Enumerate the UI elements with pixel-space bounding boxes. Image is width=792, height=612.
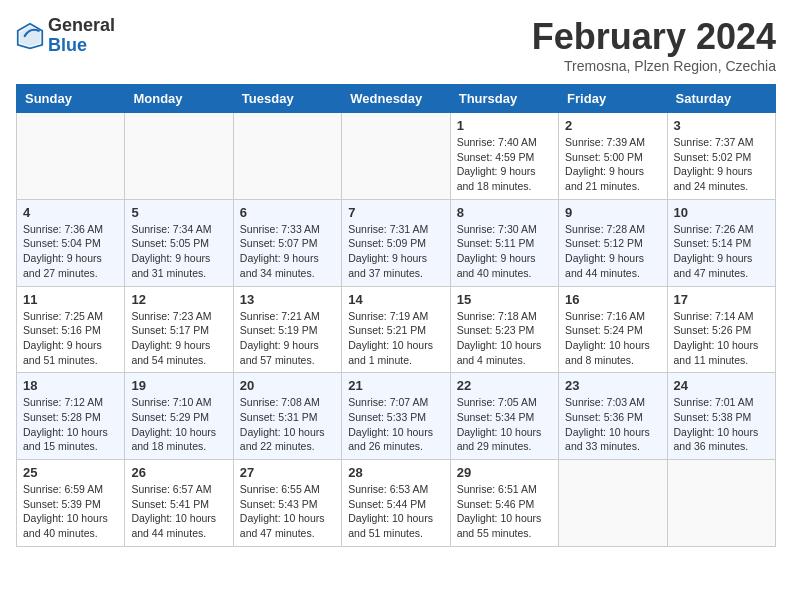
calendar-cell [559,460,667,547]
day-info: Sunrise: 7:31 AM Sunset: 5:09 PM Dayligh… [348,222,443,281]
day-info: Sunrise: 7:26 AM Sunset: 5:14 PM Dayligh… [674,222,769,281]
day-number: 21 [348,378,443,393]
day-number: 22 [457,378,552,393]
calendar-cell: 17Sunrise: 7:14 AM Sunset: 5:26 PM Dayli… [667,286,775,373]
day-info: Sunrise: 7:39 AM Sunset: 5:00 PM Dayligh… [565,135,660,194]
calendar-cell: 4Sunrise: 7:36 AM Sunset: 5:04 PM Daylig… [17,199,125,286]
calendar-cell: 6Sunrise: 7:33 AM Sunset: 5:07 PM Daylig… [233,199,341,286]
day-info: Sunrise: 7:14 AM Sunset: 5:26 PM Dayligh… [674,309,769,368]
day-info: Sunrise: 7:21 AM Sunset: 5:19 PM Dayligh… [240,309,335,368]
day-info: Sunrise: 7:28 AM Sunset: 5:12 PM Dayligh… [565,222,660,281]
calendar: SundayMondayTuesdayWednesdayThursdayFrid… [16,84,776,547]
calendar-cell: 9Sunrise: 7:28 AM Sunset: 5:12 PM Daylig… [559,199,667,286]
day-number: 29 [457,465,552,480]
weekday-header-sunday: Sunday [17,85,125,113]
calendar-cell [667,460,775,547]
day-info: Sunrise: 7:34 AM Sunset: 5:05 PM Dayligh… [131,222,226,281]
calendar-week-row: 1Sunrise: 7:40 AM Sunset: 4:59 PM Daylig… [17,113,776,200]
day-number: 3 [674,118,769,133]
day-number: 1 [457,118,552,133]
day-info: Sunrise: 6:59 AM Sunset: 5:39 PM Dayligh… [23,482,118,541]
calendar-cell: 23Sunrise: 7:03 AM Sunset: 5:36 PM Dayli… [559,373,667,460]
day-number: 14 [348,292,443,307]
day-number: 2 [565,118,660,133]
calendar-cell [125,113,233,200]
calendar-cell [342,113,450,200]
day-info: Sunrise: 7:03 AM Sunset: 5:36 PM Dayligh… [565,395,660,454]
calendar-cell [233,113,341,200]
calendar-cell: 29Sunrise: 6:51 AM Sunset: 5:46 PM Dayli… [450,460,558,547]
day-number: 15 [457,292,552,307]
calendar-cell: 18Sunrise: 7:12 AM Sunset: 5:28 PM Dayli… [17,373,125,460]
calendar-cell: 24Sunrise: 7:01 AM Sunset: 5:38 PM Dayli… [667,373,775,460]
logo-blue: Blue [48,35,87,55]
day-info: Sunrise: 7:01 AM Sunset: 5:38 PM Dayligh… [674,395,769,454]
day-info: Sunrise: 7:12 AM Sunset: 5:28 PM Dayligh… [23,395,118,454]
logo: General Blue [16,16,115,56]
calendar-cell: 28Sunrise: 6:53 AM Sunset: 5:44 PM Dayli… [342,460,450,547]
day-info: Sunrise: 7:16 AM Sunset: 5:24 PM Dayligh… [565,309,660,368]
day-number: 8 [457,205,552,220]
day-info: Sunrise: 7:33 AM Sunset: 5:07 PM Dayligh… [240,222,335,281]
day-info: Sunrise: 7:07 AM Sunset: 5:33 PM Dayligh… [348,395,443,454]
calendar-week-row: 18Sunrise: 7:12 AM Sunset: 5:28 PM Dayli… [17,373,776,460]
day-number: 6 [240,205,335,220]
title-area: February 2024 Tremosna, Plzen Region, Cz… [532,16,776,74]
calendar-week-row: 4Sunrise: 7:36 AM Sunset: 5:04 PM Daylig… [17,199,776,286]
logo-text: General Blue [48,16,115,56]
day-number: 20 [240,378,335,393]
day-number: 25 [23,465,118,480]
calendar-cell: 10Sunrise: 7:26 AM Sunset: 5:14 PM Dayli… [667,199,775,286]
calendar-cell: 26Sunrise: 6:57 AM Sunset: 5:41 PM Dayli… [125,460,233,547]
day-number: 4 [23,205,118,220]
calendar-week-row: 11Sunrise: 7:25 AM Sunset: 5:16 PM Dayli… [17,286,776,373]
page-header: General Blue February 2024 Tremosna, Plz… [16,16,776,74]
day-number: 18 [23,378,118,393]
calendar-cell: 19Sunrise: 7:10 AM Sunset: 5:29 PM Dayli… [125,373,233,460]
weekday-header-thursday: Thursday [450,85,558,113]
day-info: Sunrise: 7:10 AM Sunset: 5:29 PM Dayligh… [131,395,226,454]
day-info: Sunrise: 7:36 AM Sunset: 5:04 PM Dayligh… [23,222,118,281]
day-number: 12 [131,292,226,307]
calendar-cell: 2Sunrise: 7:39 AM Sunset: 5:00 PM Daylig… [559,113,667,200]
day-info: Sunrise: 7:05 AM Sunset: 5:34 PM Dayligh… [457,395,552,454]
calendar-cell: 5Sunrise: 7:34 AM Sunset: 5:05 PM Daylig… [125,199,233,286]
calendar-cell: 22Sunrise: 7:05 AM Sunset: 5:34 PM Dayli… [450,373,558,460]
day-number: 19 [131,378,226,393]
day-number: 11 [23,292,118,307]
day-info: Sunrise: 7:40 AM Sunset: 4:59 PM Dayligh… [457,135,552,194]
day-number: 9 [565,205,660,220]
calendar-cell: 16Sunrise: 7:16 AM Sunset: 5:24 PM Dayli… [559,286,667,373]
calendar-cell: 1Sunrise: 7:40 AM Sunset: 4:59 PM Daylig… [450,113,558,200]
weekday-header-saturday: Saturday [667,85,775,113]
day-number: 27 [240,465,335,480]
day-info: Sunrise: 7:37 AM Sunset: 5:02 PM Dayligh… [674,135,769,194]
weekday-header-wednesday: Wednesday [342,85,450,113]
day-number: 13 [240,292,335,307]
day-info: Sunrise: 6:53 AM Sunset: 5:44 PM Dayligh… [348,482,443,541]
calendar-cell: 25Sunrise: 6:59 AM Sunset: 5:39 PM Dayli… [17,460,125,547]
location: Tremosna, Plzen Region, Czechia [532,58,776,74]
day-number: 10 [674,205,769,220]
weekday-header-friday: Friday [559,85,667,113]
logo-general: General [48,15,115,35]
day-number: 28 [348,465,443,480]
day-number: 24 [674,378,769,393]
weekday-header-monday: Monday [125,85,233,113]
calendar-cell [17,113,125,200]
calendar-cell: 12Sunrise: 7:23 AM Sunset: 5:17 PM Dayli… [125,286,233,373]
day-number: 17 [674,292,769,307]
calendar-cell: 20Sunrise: 7:08 AM Sunset: 5:31 PM Dayli… [233,373,341,460]
calendar-cell: 13Sunrise: 7:21 AM Sunset: 5:19 PM Dayli… [233,286,341,373]
day-info: Sunrise: 6:51 AM Sunset: 5:46 PM Dayligh… [457,482,552,541]
calendar-cell: 3Sunrise: 7:37 AM Sunset: 5:02 PM Daylig… [667,113,775,200]
day-info: Sunrise: 6:55 AM Sunset: 5:43 PM Dayligh… [240,482,335,541]
month-title: February 2024 [532,16,776,58]
calendar-cell: 27Sunrise: 6:55 AM Sunset: 5:43 PM Dayli… [233,460,341,547]
calendar-cell: 7Sunrise: 7:31 AM Sunset: 5:09 PM Daylig… [342,199,450,286]
calendar-week-row: 25Sunrise: 6:59 AM Sunset: 5:39 PM Dayli… [17,460,776,547]
day-info: Sunrise: 7:23 AM Sunset: 5:17 PM Dayligh… [131,309,226,368]
day-info: Sunrise: 7:18 AM Sunset: 5:23 PM Dayligh… [457,309,552,368]
day-info: Sunrise: 7:30 AM Sunset: 5:11 PM Dayligh… [457,222,552,281]
day-info: Sunrise: 7:25 AM Sunset: 5:16 PM Dayligh… [23,309,118,368]
